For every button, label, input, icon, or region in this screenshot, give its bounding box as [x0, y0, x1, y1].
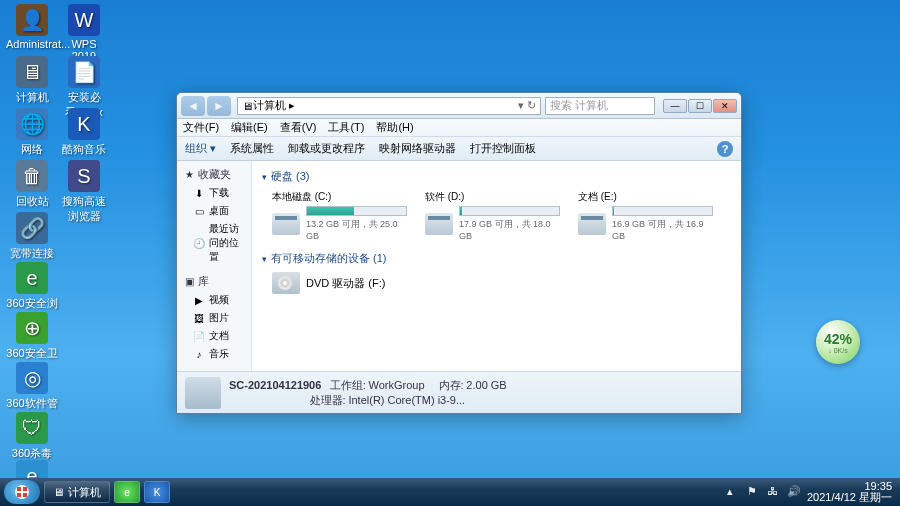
icon-label: 宽带连接: [6, 246, 58, 261]
tray-network-icon[interactable]: 🖧: [767, 485, 781, 499]
dvd-drive[interactable]: DVD 驱动器 (F:): [272, 272, 731, 294]
library-icon: ▣: [183, 276, 195, 288]
usage-bar: [612, 206, 713, 216]
drive-item[interactable]: 软件 (D:)17.9 GB 可用，共 18.0 GB: [425, 190, 560, 241]
desktop-icon[interactable]: 🌐网络: [6, 108, 58, 157]
app-icon: ⊕: [16, 312, 48, 344]
desktop-icon[interactable]: 🛡360杀毒: [6, 412, 58, 461]
start-button[interactable]: [4, 480, 40, 504]
close-button[interactable]: ✕: [713, 99, 737, 113]
help-button[interactable]: ?: [717, 141, 733, 157]
app-icon: 🌐: [16, 108, 48, 140]
minimize-button[interactable]: —: [663, 99, 687, 113]
titlebar: ◄ ► 🖥 计算机 ▸ ▾ ↻ 搜索 计算机 — ☐ ✕: [177, 93, 741, 119]
icon-label: 网络: [6, 142, 58, 157]
tray-flag-icon[interactable]: ⚑: [747, 485, 761, 499]
dvd-icon: [272, 272, 300, 294]
desktop-icon[interactable]: S搜狗高速浏览器: [58, 160, 110, 224]
sidebar-item[interactable]: ⬇下载: [177, 184, 251, 202]
app-icon: W: [68, 4, 100, 36]
item-icon: ▭: [193, 205, 205, 217]
computer-icon: 🖥: [242, 100, 253, 112]
widget-percent: 42%: [824, 331, 852, 347]
item-icon: ▶: [193, 294, 205, 306]
tray-up-icon[interactable]: ▴: [727, 485, 741, 499]
desktop-icon[interactable]: 🖥计算机: [6, 56, 58, 105]
sidebar-item[interactable]: ▭桌面: [177, 202, 251, 220]
sidebar-item[interactable]: ▶视频: [177, 291, 251, 309]
desktop-icon[interactable]: 🔗宽带连接: [6, 212, 58, 261]
sidebar-item[interactable]: 🕘最近访问的位置: [177, 220, 251, 266]
taskbar-clock[interactable]: 19:35 2021/4/12 星期一: [807, 481, 892, 503]
drive-name: 软件 (D:): [425, 190, 560, 204]
nav-back-button[interactable]: ◄: [181, 96, 205, 116]
drive-freespace: 16.9 GB 可用，共 16.9 GB: [612, 218, 713, 241]
item-icon: 🖼: [193, 312, 205, 324]
sidebar-item[interactable]: ♪音乐: [177, 345, 251, 363]
toolbar: 组织 ▾ 系统属性 卸载或更改程序 映射网络驱动器 打开控制面板 ?: [177, 137, 741, 161]
item-icon: 🕘: [193, 237, 205, 249]
organize-button[interactable]: 组织 ▾: [185, 141, 216, 156]
item-icon: ♪: [193, 348, 205, 360]
drive-icon: [578, 213, 606, 235]
app-icon: 🛡: [16, 412, 48, 444]
maximize-button[interactable]: ☐: [688, 99, 712, 113]
menubar: 文件(F)编辑(E)查看(V)工具(T)帮助(H): [177, 119, 741, 137]
widget-speed: ↓ 0K/s: [828, 347, 847, 354]
usage-bar: [459, 206, 560, 216]
taskbar: 🖥 计算机 e K ▴ ⚑ 🖧 🔊 19:35 2021/4/12 星期一: [0, 478, 900, 506]
computer-large-icon: [185, 377, 221, 409]
address-path: 计算机 ▸: [253, 98, 295, 113]
windows-logo-icon: [14, 484, 30, 500]
item-icon: ⬇: [193, 187, 205, 199]
control-panel-button[interactable]: 打开控制面板: [470, 141, 536, 156]
map-drive-button[interactable]: 映射网络驱动器: [379, 141, 456, 156]
sidebar-item[interactable]: 📄文档: [177, 327, 251, 345]
desktop-icon[interactable]: 👤Administrat...: [6, 4, 58, 50]
drive-item[interactable]: 文档 (E:)16.9 GB 可用，共 16.9 GB: [578, 190, 713, 241]
folder-icon: 🖥: [53, 486, 64, 498]
app-icon: 📄: [68, 56, 100, 88]
drive-freespace: 13.2 GB 可用，共 25.0 GB: [306, 218, 407, 241]
accelerator-widget[interactable]: 42% ↓ 0K/s: [816, 320, 860, 364]
category-removable[interactable]: 有可移动存储的设备 (1): [262, 251, 731, 266]
app-icon: 🖥: [16, 56, 48, 88]
address-bar[interactable]: 🖥 计算机 ▸ ▾ ↻: [237, 97, 541, 115]
menu-item[interactable]: 编辑(E): [231, 120, 268, 135]
details-pane: SC-202104121906 工作组: WorkGroup 内存: 2.00 …: [177, 371, 741, 413]
system-properties-button[interactable]: 系统属性: [230, 141, 274, 156]
tray-volume-icon[interactable]: 🔊: [787, 485, 801, 499]
menu-item[interactable]: 工具(T): [328, 120, 364, 135]
taskbar-360-button[interactable]: e: [114, 481, 140, 503]
sidebar-favorites-header[interactable]: ★收藏夹: [177, 165, 251, 184]
drive-item[interactable]: 本地磁盘 (C:)13.2 GB 可用，共 25.0 GB: [272, 190, 407, 241]
icon-label: 计算机: [6, 90, 58, 105]
app-icon: S: [68, 160, 100, 192]
uninstall-button[interactable]: 卸载或更改程序: [288, 141, 365, 156]
address-dropdown-icon[interactable]: ▾ ↻: [518, 99, 536, 112]
drive-freespace: 17.9 GB 可用，共 18.0 GB: [459, 218, 560, 241]
app-icon: e: [16, 262, 48, 294]
search-input[interactable]: 搜索 计算机: [545, 97, 655, 115]
icon-label: 回收站: [6, 194, 58, 209]
menu-item[interactable]: 查看(V): [280, 120, 317, 135]
usage-bar: [306, 206, 407, 216]
drive-name: 本地磁盘 (C:): [272, 190, 407, 204]
drive-icon: [272, 213, 300, 235]
category-hdd[interactable]: 硬盘 (3): [262, 169, 731, 184]
icon-label: 搜狗高速浏览器: [58, 194, 110, 224]
sidebar-item[interactable]: 🖼图片: [177, 309, 251, 327]
explorer-window: ◄ ► 🖥 计算机 ▸ ▾ ↻ 搜索 计算机 — ☐ ✕ 文件(F)编辑(E)查…: [176, 92, 742, 414]
menu-item[interactable]: 文件(F): [183, 120, 219, 135]
computer-name: SC-202104121906: [229, 379, 321, 391]
sidebar-libraries-header[interactable]: ▣库: [177, 272, 251, 291]
app-icon: K: [68, 108, 100, 140]
taskbar-kugou-button[interactable]: K: [144, 481, 170, 503]
desktop-icon[interactable]: 🗑回收站: [6, 160, 58, 209]
menu-item[interactable]: 帮助(H): [376, 120, 413, 135]
icon-label: 酷狗音乐: [58, 142, 110, 157]
desktop-icon[interactable]: WWPS 2019: [58, 4, 110, 62]
desktop-icon[interactable]: K酷狗音乐: [58, 108, 110, 157]
taskbar-app-computer[interactable]: 🖥 计算机: [44, 481, 110, 503]
nav-forward-button[interactable]: ►: [207, 96, 231, 116]
